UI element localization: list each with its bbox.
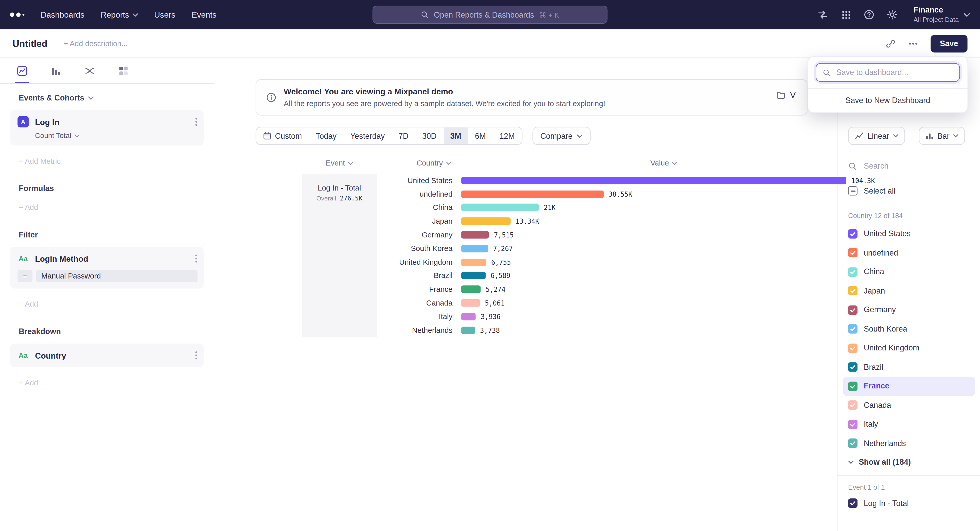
add-filter-button[interactable]: + Add xyxy=(10,300,204,309)
value-column-header[interactable]: Value xyxy=(631,159,697,167)
compare-button[interactable]: Compare xyxy=(532,127,590,145)
bar-segment[interactable] xyxy=(461,217,511,225)
bar-segment[interactable] xyxy=(461,313,476,320)
country-filter-item[interactable]: Netherlands xyxy=(843,434,975,453)
nav-reports[interactable]: Reports xyxy=(101,10,138,19)
event-checkbox[interactable] xyxy=(848,498,858,508)
country-checkbox[interactable] xyxy=(848,324,858,334)
bar-segment[interactable] xyxy=(461,299,480,307)
country-checkbox[interactable] xyxy=(848,439,858,448)
more-options-icon[interactable] xyxy=(908,38,918,48)
date-range-3m[interactable]: 3M xyxy=(444,127,468,144)
country-filter-item[interactable]: United Kingdom xyxy=(843,338,975,358)
show-all-button[interactable]: Show all (184) xyxy=(848,458,970,466)
global-search[interactable]: Open Reports & Dashboards ⌘ + K xyxy=(372,6,608,24)
country-checkbox[interactable] xyxy=(848,248,858,258)
filter-menu-icon[interactable] xyxy=(195,254,197,263)
country-filter-item[interactable]: China xyxy=(843,262,975,282)
chart-type-selector[interactable]: Bar xyxy=(918,127,965,145)
country-filter-item[interactable]: United States xyxy=(843,224,975,243)
country-filter-item[interactable]: Germany xyxy=(843,300,975,320)
bar-value: 7,515 xyxy=(494,231,514,238)
country-column-header[interactable]: Country xyxy=(398,159,470,167)
segment-search[interactable] xyxy=(848,159,970,174)
breakdown-card[interactable]: Aa Country xyxy=(10,344,204,367)
bar-segment[interactable] xyxy=(461,231,489,238)
country-checkbox[interactable] xyxy=(848,343,858,353)
country-filter-item[interactable]: undefined xyxy=(843,243,975,262)
save-to-new-dashboard[interactable]: Save to New Dashboard xyxy=(808,89,967,113)
banner-action-button[interactable]: V xyxy=(773,90,800,101)
events-cohorts-section[interactable]: Events & Cohorts xyxy=(10,94,204,102)
bar-segment[interactable] xyxy=(461,204,539,211)
filter-property-name[interactable]: Login Method xyxy=(35,254,88,263)
nav-dashboards[interactable]: Dashboards xyxy=(41,10,84,19)
aggregation-selector[interactable]: Count Total xyxy=(35,132,197,139)
add-breakdown-button[interactable]: + Add xyxy=(10,379,204,387)
add-formula-button[interactable]: + Add xyxy=(10,203,204,212)
bar-segment[interactable] xyxy=(461,190,604,198)
date-range-12m[interactable]: 12M xyxy=(493,127,522,144)
filter-card[interactable]: Aa Login Method = Manual Password xyxy=(10,247,204,288)
metric-menu-icon[interactable] xyxy=(195,117,197,126)
line-type-selector[interactable]: Linear xyxy=(848,127,905,145)
country-checkbox[interactable] xyxy=(848,420,858,429)
country-checkbox[interactable] xyxy=(848,229,858,238)
country-checkbox[interactable] xyxy=(848,267,858,277)
add-description[interactable]: + Add description... xyxy=(64,39,127,48)
banner-subtitle: All the reports you see are powered by a… xyxy=(284,98,605,109)
date-range-custom[interactable]: Custom xyxy=(256,127,309,144)
select-all-toggle[interactable]: Select all xyxy=(848,186,970,196)
event-column-header[interactable]: Event xyxy=(302,159,377,167)
mixpanel-logo-icon[interactable] xyxy=(10,13,24,17)
country-checkbox[interactable] xyxy=(848,400,858,410)
segment-search-input[interactable] xyxy=(862,161,956,171)
bar-segment[interactable] xyxy=(461,327,475,334)
bar-segment[interactable] xyxy=(461,286,480,293)
apps-grid-icon[interactable] xyxy=(840,9,852,21)
date-range-6m[interactable]: 6M xyxy=(468,127,493,144)
country-checkbox[interactable] xyxy=(848,305,858,315)
country-filter-item[interactable]: France xyxy=(843,377,975,396)
tab-insights[interactable] xyxy=(17,58,27,83)
project-selector[interactable]: Finance All Project Data xyxy=(913,6,970,24)
country-filter-item[interactable]: Canada xyxy=(843,396,975,415)
metric-event-name[interactable]: Log In xyxy=(35,117,59,127)
filter-operator[interactable]: = xyxy=(18,270,33,282)
report-title[interactable]: Untitled xyxy=(13,38,48,49)
breakdown-property-name[interactable]: Country xyxy=(35,351,66,360)
date-range-30d[interactable]: 30D xyxy=(415,127,444,144)
copy-link-icon[interactable] xyxy=(886,38,896,48)
date-range-yesterday[interactable]: Yesterday xyxy=(344,127,392,144)
breakdown-menu-icon[interactable] xyxy=(195,351,197,360)
country-filter-item[interactable]: Brazil xyxy=(843,358,975,377)
settings-gear-icon[interactable] xyxy=(886,9,898,21)
bar-value: 6,589 xyxy=(490,272,510,279)
bar-segment[interactable] xyxy=(461,258,486,266)
tab-retention[interactable] xyxy=(118,58,129,83)
help-icon[interactable] xyxy=(864,9,875,21)
event-filter-item[interactable]: Log In - Total xyxy=(848,498,970,508)
select-all-checkbox[interactable] xyxy=(848,186,858,196)
nav-events[interactable]: Events xyxy=(192,10,216,19)
country-checkbox[interactable] xyxy=(848,382,858,391)
tab-funnels[interactable] xyxy=(51,58,61,83)
nav-users[interactable]: Users xyxy=(154,10,175,19)
dashboard-search-input[interactable] xyxy=(835,67,953,77)
tab-flows[interactable] xyxy=(84,58,95,83)
data-connections-icon[interactable] xyxy=(817,9,829,21)
date-range-7d[interactable]: 7D xyxy=(391,127,415,144)
country-checkbox[interactable] xyxy=(848,362,858,372)
country-filter-item[interactable]: Italy xyxy=(843,415,975,434)
country-filter-item[interactable]: Japan xyxy=(843,281,975,300)
bar-segment[interactable] xyxy=(461,272,485,279)
add-metric-button[interactable]: + Add Metric xyxy=(10,157,204,165)
date-range-today[interactable]: Today xyxy=(309,127,344,144)
save-button[interactable]: Save xyxy=(931,35,967,52)
bar-segment[interactable] xyxy=(461,245,488,252)
metric-card[interactable]: A Log In Count Total xyxy=(10,110,204,146)
country-checkbox[interactable] xyxy=(848,286,858,296)
filter-value[interactable]: Manual Password xyxy=(36,270,197,282)
bar-segment[interactable] xyxy=(461,177,846,184)
country-filter-item[interactable]: South Korea xyxy=(843,320,975,339)
